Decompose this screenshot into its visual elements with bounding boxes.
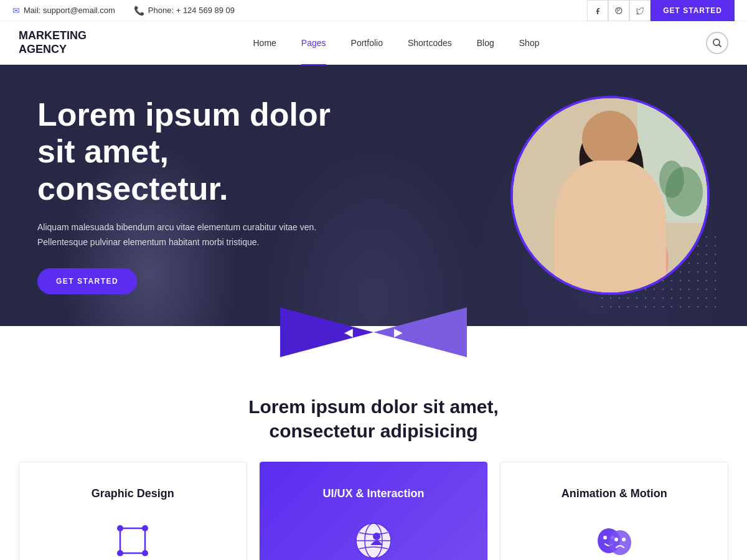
svg-rect-18: [120, 528, 145, 553]
card-icon-animation: [593, 519, 636, 560]
phone-text: Phone: + 124 569 89 09: [148, 6, 235, 15]
contact-info: ✉ Mail: support@email.com 📞 Phone: + 124…: [12, 6, 235, 16]
services-title-area: Lorem ipsum dolor sit amet, consectetur …: [0, 363, 747, 462]
hero-cta-button[interactable]: GET STARTED: [37, 268, 137, 294]
svg-point-33: [622, 538, 626, 541]
nav-home[interactable]: Home: [253, 38, 276, 48]
mail-contact: ✉ Mail: support@email.com: [12, 6, 115, 16]
svg-point-29: [603, 536, 607, 539]
card-uiux: UI/UX & Interaction Lorem ipsum dolor si…: [260, 462, 488, 560]
svg-point-8: [601, 184, 609, 194]
twitter-icon[interactable]: [629, 0, 651, 21]
card-title-animation: Animation & Motion: [519, 487, 709, 500]
next-button[interactable]: ▶: [389, 323, 408, 342]
chevron-shape: ◀ ▶: [280, 307, 467, 357]
svg-line-2: [718, 45, 721, 47]
hero-section: Lorem ipsum dolor sit amet, consectetur.…: [0, 65, 747, 326]
svg-point-32: [614, 538, 618, 541]
carousel-nav: ◀ ▶: [339, 323, 408, 342]
svg-point-5: [557, 210, 669, 292]
svg-rect-12: [566, 245, 634, 279]
svg-rect-6: [605, 195, 620, 217]
card-icon-uiux: [352, 519, 395, 560]
logo: MARKETING AGENCY: [19, 29, 87, 56]
service-cards: Graphic Design Lorem ipsum dolor sit ame…: [0, 462, 747, 560]
svg-point-9: [616, 184, 624, 194]
svg-point-31: [609, 530, 631, 555]
search-button[interactable]: [706, 32, 728, 54]
nav-portfolio[interactable]: Portfolio: [351, 38, 383, 48]
hero-content: Lorem ipsum dolor sit amet, consectetur.…: [0, 96, 386, 295]
svg-rect-10: [580, 179, 589, 194]
card-title-graphic-design: Graphic Design: [38, 487, 228, 500]
person-illustration: [513, 98, 707, 292]
card-graphic-design: Graphic Design Lorem ipsum dolor sit ame…: [19, 462, 247, 560]
hero-title: Lorem ipsum dolor sit amet, consectetur.: [37, 96, 349, 208]
svg-point-19: [117, 525, 123, 531]
hero-circle-image: [510, 96, 710, 295]
top-bar-right: GET STARTED: [587, 0, 735, 21]
mail-icon: ✉: [12, 6, 20, 16]
card-animation: Animation & Motion Lorem ipsum dolor sit…: [500, 462, 728, 560]
svg-point-21: [117, 550, 123, 556]
search-icon: [712, 38, 722, 48]
phone-icon: 📞: [134, 6, 144, 16]
mail-text: Mail: support@email.com: [24, 6, 115, 15]
get-started-top-button[interactable]: GET STARTED: [651, 0, 735, 21]
svg-point-22: [142, 550, 148, 556]
svg-rect-11: [563, 241, 637, 285]
nav-shop[interactable]: Shop: [519, 38, 540, 48]
facebook-icon[interactable]: [587, 0, 608, 21]
nav-shortcodes[interactable]: Shortcodes: [408, 38, 452, 48]
hero-person: [513, 98, 707, 292]
svg-rect-13: [550, 282, 650, 287]
hero-subtitle: Aliquam malesuada bibendum arcu vitae el…: [37, 220, 349, 250]
svg-point-15: [659, 161, 684, 198]
phone-contact: 📞 Phone: + 124 569 89 09: [134, 6, 235, 16]
nav-pages[interactable]: Pages: [301, 38, 326, 48]
navbar: MARKETING AGENCY Home Pages Portfolio Sh…: [0, 21, 747, 65]
nav-blog[interactable]: Blog: [477, 38, 494, 48]
services-title: Lorem ipsum dolor sit amet, consectetur …: [12, 394, 735, 443]
prev-button[interactable]: ◀: [339, 323, 358, 342]
slider-controls-area: ◀ ▶: [0, 326, 747, 363]
pinterest-icon[interactable]: [608, 0, 629, 21]
card-icon-graphic-design: [111, 519, 154, 560]
svg-point-27: [373, 533, 380, 540]
card-title-uiux: UI/UX & Interaction: [279, 487, 469, 500]
svg-point-20: [142, 525, 148, 531]
nav-links: Home Pages Portfolio Shortcodes Blog Sho…: [253, 38, 540, 48]
top-bar: ✉ Mail: support@email.com 📞 Phone: + 124…: [0, 0, 747, 21]
